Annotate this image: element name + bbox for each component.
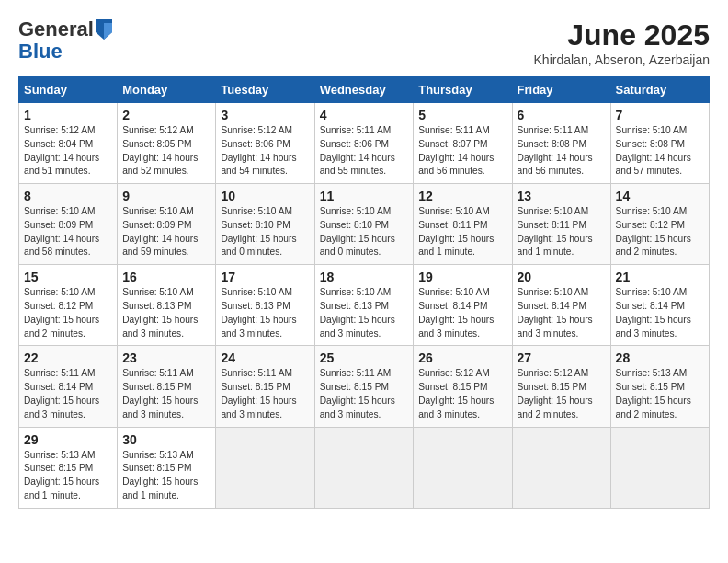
day-number: 24 <box>221 350 309 365</box>
day-number: 7 <box>616 108 704 122</box>
day-info: Sunrise: 5:10 AMSunset: 8:10 PMDaylight:… <box>320 206 395 257</box>
calendar-cell: 3 Sunrise: 5:12 AMSunset: 8:06 PMDayligh… <box>216 103 314 184</box>
svg-marker-1 <box>104 23 112 40</box>
calendar-cell: 22 Sunrise: 5:11 AMSunset: 8:14 PMDaylig… <box>19 346 118 427</box>
day-number: 8 <box>24 189 112 203</box>
calendar-cell: 18 Sunrise: 5:10 AMSunset: 8:13 PMDaylig… <box>314 265 414 346</box>
calendar-header-row: Sunday Monday Tuesday Wednesday Thursday… <box>19 77 710 103</box>
calendar-table: Sunday Monday Tuesday Wednesday Thursday… <box>18 76 710 509</box>
calendar-cell: 17 Sunrise: 5:10 AMSunset: 8:13 PMDaylig… <box>216 265 314 346</box>
calendar-row: 8 Sunrise: 5:10 AMSunset: 8:09 PMDayligh… <box>19 184 710 265</box>
calendar-cell: 2 Sunrise: 5:12 AMSunset: 8:05 PMDayligh… <box>118 103 216 184</box>
calendar-cell: 4 Sunrise: 5:11 AMSunset: 8:06 PMDayligh… <box>314 103 414 184</box>
day-number: 20 <box>518 270 606 284</box>
calendar-cell: 23 Sunrise: 5:11 AMSunset: 8:15 PMDaylig… <box>118 346 216 427</box>
day-number: 21 <box>616 270 704 284</box>
day-info: Sunrise: 5:10 AMSunset: 8:13 PMDaylight:… <box>221 287 296 338</box>
calendar-cell <box>314 427 414 508</box>
calendar-row: 1 Sunrise: 5:12 AMSunset: 8:04 PMDayligh… <box>19 103 710 184</box>
day-number: 6 <box>518 108 606 122</box>
calendar-cell: 30 Sunrise: 5:13 AMSunset: 8:15 PMDaylig… <box>118 427 216 508</box>
day-info: Sunrise: 5:11 AMSunset: 8:15 PMDaylight:… <box>122 368 198 419</box>
day-number: 26 <box>418 350 506 365</box>
day-info: Sunrise: 5:11 AMSunset: 8:08 PMDaylight:… <box>518 125 593 176</box>
day-info: Sunrise: 5:10 AMSunset: 8:08 PMDaylight:… <box>616 125 691 176</box>
day-info: Sunrise: 5:12 AMSunset: 8:06 PMDaylight:… <box>221 125 296 176</box>
day-number: 16 <box>122 270 210 284</box>
day-info: Sunrise: 5:10 AMSunset: 8:14 PMDaylight:… <box>418 287 494 338</box>
col-friday: Friday <box>512 77 610 103</box>
month-title: June 2025 <box>534 18 710 52</box>
day-number: 15 <box>24 270 112 284</box>
calendar-cell <box>610 427 709 508</box>
day-info: Sunrise: 5:12 AMSunset: 8:15 PMDaylight:… <box>418 368 494 419</box>
calendar-cell <box>512 427 610 508</box>
calendar-cell: 13 Sunrise: 5:10 AMSunset: 8:11 PMDaylig… <box>512 184 610 265</box>
logo-blue: Blue <box>18 40 112 63</box>
day-info: Sunrise: 5:11 AMSunset: 8:14 PMDaylight:… <box>24 368 99 419</box>
calendar-cell: 12 Sunrise: 5:10 AMSunset: 8:11 PMDaylig… <box>414 184 512 265</box>
calendar-cell: 16 Sunrise: 5:10 AMSunset: 8:13 PMDaylig… <box>118 265 216 346</box>
calendar-cell: 26 Sunrise: 5:12 AMSunset: 8:15 PMDaylig… <box>414 346 512 427</box>
day-number: 10 <box>221 189 309 203</box>
day-info: Sunrise: 5:10 AMSunset: 8:11 PMDaylight:… <box>518 206 593 257</box>
calendar-cell: 27 Sunrise: 5:12 AMSunset: 8:15 PMDaylig… <box>512 346 610 427</box>
day-number: 2 <box>122 108 210 122</box>
calendar-cell: 14 Sunrise: 5:10 AMSunset: 8:12 PMDaylig… <box>610 184 709 265</box>
day-number: 17 <box>221 270 309 284</box>
day-info: Sunrise: 5:10 AMSunset: 8:14 PMDaylight:… <box>518 287 593 338</box>
col-tuesday: Tuesday <box>216 77 314 103</box>
page-header: General Blue June 2025 Khirdalan, Absero… <box>18 18 710 67</box>
col-wednesday: Wednesday <box>314 77 414 103</box>
day-number: 14 <box>616 189 704 203</box>
day-number: 28 <box>616 350 704 365</box>
day-number: 4 <box>320 108 409 122</box>
calendar-cell: 15 Sunrise: 5:10 AMSunset: 8:12 PMDaylig… <box>19 265 118 346</box>
day-info: Sunrise: 5:10 AMSunset: 8:11 PMDaylight:… <box>418 206 494 257</box>
day-info: Sunrise: 5:10 AMSunset: 8:12 PMDaylight:… <box>616 206 691 257</box>
day-info: Sunrise: 5:12 AMSunset: 8:15 PMDaylight:… <box>518 368 593 419</box>
day-info: Sunrise: 5:11 AMSunset: 8:06 PMDaylight:… <box>320 125 395 176</box>
day-number: 25 <box>320 350 409 365</box>
calendar-cell: 19 Sunrise: 5:10 AMSunset: 8:14 PMDaylig… <box>414 265 512 346</box>
day-info: Sunrise: 5:13 AMSunset: 8:15 PMDaylight:… <box>122 450 198 500</box>
day-number: 1 <box>24 108 112 122</box>
day-number: 27 <box>518 350 606 365</box>
day-number: 18 <box>320 270 409 284</box>
calendar-row: 22 Sunrise: 5:11 AMSunset: 8:14 PMDaylig… <box>19 346 710 427</box>
day-info: Sunrise: 5:10 AMSunset: 8:09 PMDaylight:… <box>24 206 99 257</box>
col-monday: Monday <box>118 77 216 103</box>
day-number: 23 <box>122 350 210 365</box>
calendar-cell: 28 Sunrise: 5:13 AMSunset: 8:15 PMDaylig… <box>610 346 709 427</box>
col-sunday: Sunday <box>19 77 118 103</box>
day-number: 13 <box>518 189 606 203</box>
calendar-row: 29 Sunrise: 5:13 AMSunset: 8:15 PMDaylig… <box>19 427 710 508</box>
calendar-cell <box>216 427 314 508</box>
day-info: Sunrise: 5:10 AMSunset: 8:12 PMDaylight:… <box>24 287 99 338</box>
calendar-cell: 5 Sunrise: 5:11 AMSunset: 8:07 PMDayligh… <box>414 103 512 184</box>
day-info: Sunrise: 5:11 AMSunset: 8:15 PMDaylight:… <box>320 368 395 419</box>
calendar-cell: 21 Sunrise: 5:10 AMSunset: 8:14 PMDaylig… <box>610 265 709 346</box>
day-number: 3 <box>221 108 309 122</box>
calendar-cell: 1 Sunrise: 5:12 AMSunset: 8:04 PMDayligh… <box>19 103 118 184</box>
col-saturday: Saturday <box>610 77 709 103</box>
day-number: 11 <box>320 189 409 203</box>
day-number: 9 <box>122 189 210 203</box>
day-number: 30 <box>122 432 210 447</box>
calendar-cell: 24 Sunrise: 5:11 AMSunset: 8:15 PMDaylig… <box>216 346 314 427</box>
day-info: Sunrise: 5:13 AMSunset: 8:15 PMDaylight:… <box>24 450 99 500</box>
day-info: Sunrise: 5:11 AMSunset: 8:07 PMDaylight:… <box>418 125 494 176</box>
logo-general: General <box>18 18 94 40</box>
col-thursday: Thursday <box>414 77 512 103</box>
day-number: 5 <box>418 108 506 122</box>
calendar-cell: 10 Sunrise: 5:10 AMSunset: 8:10 PMDaylig… <box>216 184 314 265</box>
day-info: Sunrise: 5:10 AMSunset: 8:10 PMDaylight:… <box>221 206 296 257</box>
calendar-cell <box>414 427 512 508</box>
day-info: Sunrise: 5:10 AMSunset: 8:14 PMDaylight:… <box>616 287 691 338</box>
logo: General Blue <box>18 18 112 63</box>
day-info: Sunrise: 5:12 AMSunset: 8:05 PMDaylight:… <box>122 125 198 176</box>
day-info: Sunrise: 5:13 AMSunset: 8:15 PMDaylight:… <box>616 368 691 419</box>
day-info: Sunrise: 5:12 AMSunset: 8:04 PMDaylight:… <box>24 125 99 176</box>
calendar-cell: 25 Sunrise: 5:11 AMSunset: 8:15 PMDaylig… <box>314 346 414 427</box>
calendar-row: 15 Sunrise: 5:10 AMSunset: 8:12 PMDaylig… <box>19 265 710 346</box>
